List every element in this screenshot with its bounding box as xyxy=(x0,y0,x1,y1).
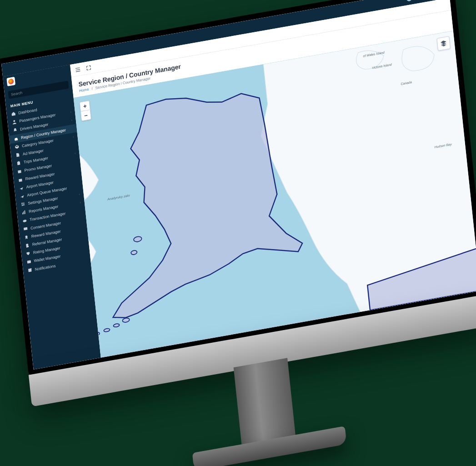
chart-icon xyxy=(21,210,26,215)
sidebar-item-label: Notifications xyxy=(35,263,56,271)
chevron-right-icon: › xyxy=(71,118,72,122)
chevron-right-icon: › xyxy=(75,151,76,155)
app-logo[interactable] xyxy=(6,77,15,86)
cube-icon xyxy=(15,144,20,150)
plane-icon xyxy=(20,193,25,199)
doc-icon xyxy=(15,152,20,158)
clip-icon xyxy=(16,160,21,166)
fullscreen-icon[interactable] xyxy=(85,65,91,71)
home-icon xyxy=(11,111,16,117)
wallet-icon xyxy=(26,259,31,265)
gift-icon xyxy=(17,169,22,174)
chevron-right-icon: › xyxy=(73,135,74,139)
chevron-right-icon: › xyxy=(79,192,80,196)
badge-icon xyxy=(24,235,29,240)
gift-icon xyxy=(18,177,23,182)
plane-icon xyxy=(19,185,24,190)
content-area: Service Region / Country Manager Home / … xyxy=(70,0,476,358)
bold-icon xyxy=(25,243,30,248)
layers-icon xyxy=(440,39,447,48)
breadcrumb-home[interactable]: Home xyxy=(79,87,89,93)
notif-icon xyxy=(27,267,32,273)
search-placeholder: Search xyxy=(11,90,23,96)
screen-icon xyxy=(23,226,28,232)
layer-button[interactable] xyxy=(436,36,451,51)
zoom-out-button[interactable]: − xyxy=(81,110,91,120)
hamburger-icon[interactable] xyxy=(75,66,81,73)
sliders-icon xyxy=(20,202,25,207)
bell-icon xyxy=(13,128,18,133)
avatar-icon xyxy=(406,0,412,2)
heart-icon xyxy=(26,251,31,256)
chevron-right-icon: › xyxy=(70,110,71,114)
car-icon xyxy=(14,136,19,141)
eye-icon xyxy=(22,218,27,224)
chevron-right-icon: › xyxy=(80,200,81,205)
user-icon xyxy=(12,120,17,125)
zoom-control: + − xyxy=(80,100,91,121)
